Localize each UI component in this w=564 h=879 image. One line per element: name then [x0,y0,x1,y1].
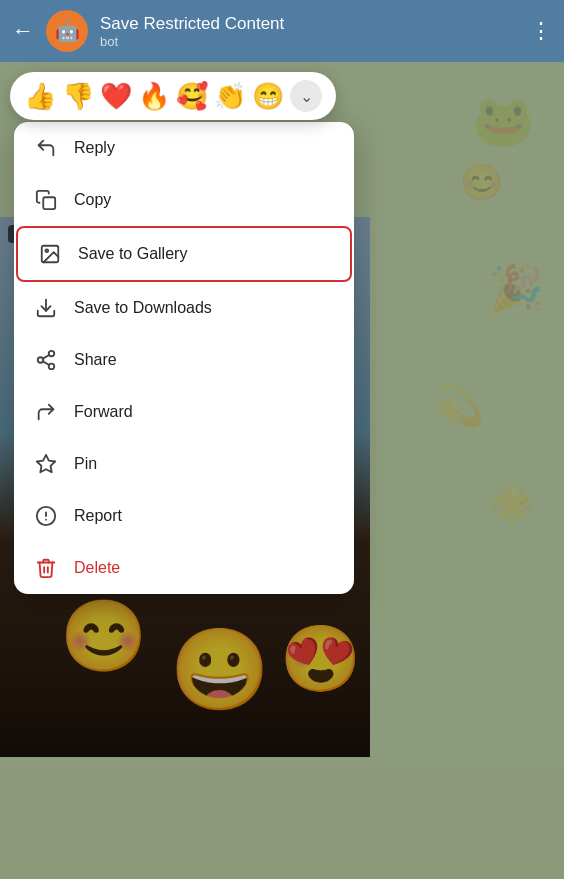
context-menu: Reply Copy Save to Gallery Save to Downl… [14,122,354,594]
svg-rect-0 [43,197,55,209]
avatar: 🤖 [46,10,88,52]
delete-icon [34,556,58,580]
chat-background: 🐸 😊 🎉 💫 🌟 0:03 ⋮ 😊 😀 😍 👍 👎 ❤️ 🔥 🥰 👏 😁 ⌄ … [0,62,564,879]
copy-label: Copy [74,191,111,209]
save-gallery-label: Save to Gallery [78,245,187,263]
svg-point-2 [45,249,48,252]
context-menu-save-downloads[interactable]: Save to Downloads [14,282,354,334]
back-button[interactable]: ← [12,18,34,44]
emoji-expand-button[interactable]: ⌄ [290,80,322,112]
chat-subtitle: bot [100,34,518,49]
share-label: Share [74,351,117,369]
report-icon [34,504,58,528]
context-menu-save-gallery[interactable]: Save to Gallery [16,226,352,282]
emoji-fire[interactable]: 🔥 [138,81,170,112]
context-menu-reply[interactable]: Reply [14,122,354,174]
emoji-reaction-bar: 👍 👎 ❤️ 🔥 🥰 👏 😁 ⌄ [10,72,336,120]
save-downloads-label: Save to Downloads [74,299,212,317]
svg-line-7 [43,361,49,365]
context-menu-report[interactable]: Report [14,490,354,542]
context-menu-forward[interactable]: Forward [14,386,354,438]
pin-label: Pin [74,455,97,473]
emoji-heart[interactable]: ❤️ [100,81,132,112]
chat-header: ← 🤖 Save Restricted Content bot ⋮ [0,0,564,62]
emoji-thumbs-down[interactable]: 👎 [62,81,94,112]
context-menu-pin[interactable]: Pin [14,438,354,490]
context-menu-share[interactable]: Share [14,334,354,386]
share-icon [34,348,58,372]
reply-label: Reply [74,139,115,157]
chat-title: Save Restricted Content [100,14,518,34]
svg-line-8 [43,355,49,359]
copy-icon [34,188,58,212]
delete-label: Delete [74,559,120,577]
save-gallery-icon [38,242,62,266]
save-downloads-icon [34,296,58,320]
report-label: Report [74,507,122,525]
context-menu-copy[interactable]: Copy [14,174,354,226]
emoji-clap[interactable]: 👏 [214,81,246,112]
forward-icon [34,400,58,424]
more-options-button[interactable]: ⋮ [530,18,552,44]
reply-icon [34,136,58,160]
forward-label: Forward [74,403,133,421]
emoji-smiling-face[interactable]: 🥰 [176,81,208,112]
header-info: Save Restricted Content bot [100,14,518,49]
context-menu-delete[interactable]: Delete [14,542,354,594]
pin-icon [34,452,58,476]
emoji-grin[interactable]: 😁 [252,81,284,112]
emoji-thumbs-up[interactable]: 👍 [24,81,56,112]
